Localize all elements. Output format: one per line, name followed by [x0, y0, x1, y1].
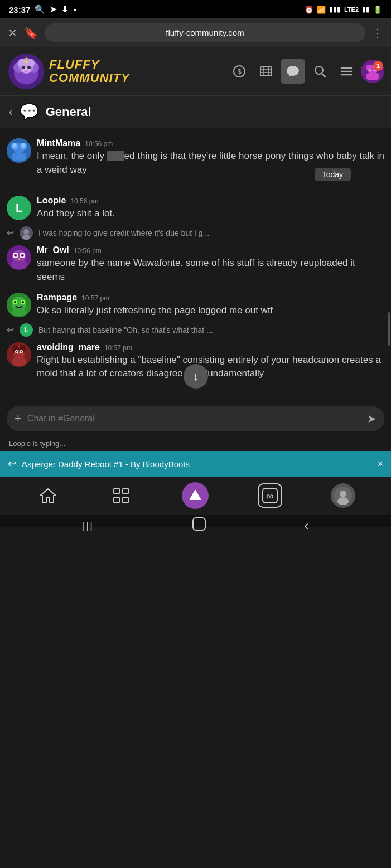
apps-button[interactable]: [109, 483, 133, 508]
svg-point-70: [21, 351, 22, 352]
timestamp-mintmama: 10:56 pm: [85, 140, 113, 148]
back-button[interactable]: ‹: [9, 105, 13, 118]
back-button-nav[interactable]: ‹: [304, 518, 308, 534]
avatar-mr-owl: [7, 245, 31, 270]
channel-name: General: [46, 105, 91, 119]
gallery-icon: [259, 65, 273, 78]
donate-icon: $: [233, 65, 246, 78]
message-text-avoiding-mare: Right but establishing a "baseline" cons…: [37, 353, 384, 381]
svg-rect-76: [123, 497, 128, 503]
message-text-loopie: And they shit a lot.: [37, 207, 384, 221]
message-text-rampage: Ok so literally just refreshing the page…: [37, 304, 384, 318]
status-left: 23:37 🔍 ➤ ⬇ •: [9, 4, 76, 14]
lemmy-icon: ∞: [262, 487, 278, 504]
typing-indicator: Loopie is typing...: [0, 437, 391, 451]
menu-nav-button[interactable]: [334, 59, 359, 84]
search-icon: 🔍: [35, 4, 45, 14]
home-circle-icon: [192, 517, 206, 531]
url-bar[interactable]: fluffy-community.com: [45, 23, 365, 42]
home-icon: [39, 487, 57, 505]
typing-text: Loopie is typing...: [9, 439, 65, 448]
svg-rect-14: [260, 67, 272, 76]
reply-arrow-icon2: ↩: [7, 324, 14, 335]
logo-line2: COMMunity: [49, 71, 130, 85]
signal-icon: ▮▮▮: [329, 6, 341, 13]
logo-area[interactable]: FLuFFy COMMunity: [7, 52, 223, 91]
home-app-button[interactable]: [36, 483, 60, 508]
gallery-nav-button[interactable]: [254, 59, 278, 84]
message-group-mr-owl: Mr_Owl 10:56 pm sameone by the name Wawa…: [0, 241, 391, 288]
notification-bar[interactable]: ↩ Asperger Daddy Reboot #1 - By BloodyBo…: [0, 451, 391, 477]
username-loopie: Loopie: [37, 196, 66, 206]
message-header-loopie: Loopie 10:56 pm: [37, 196, 384, 206]
avatar-mintmama: [7, 138, 31, 163]
navigation-icon: ➤: [50, 4, 57, 14]
username-rampage: Rampage: [37, 293, 77, 303]
timestamp-avoiding-mare: 10:57 pm: [104, 344, 132, 352]
reply-avatar-unknown: [20, 226, 33, 240]
browser-menu-button[interactable]: ⋮: [372, 26, 383, 40]
bookmark-button[interactable]: 🔖: [24, 26, 38, 40]
user-avatar-button[interactable]: 1: [361, 60, 384, 83]
scrollbar-indicator: [388, 312, 390, 346]
donate-nav-button[interactable]: $: [227, 59, 252, 84]
reply-row-mr-owl: ↩ I was hoping to give credit where it's…: [0, 225, 391, 241]
notification-text: Asperger Daddy Reboot #1 - By BloodyBoot…: [22, 459, 371, 469]
reply-preview-avoiding-mare: But having that baseline "Oh, so that's …: [38, 326, 213, 334]
svg-rect-75: [114, 497, 119, 503]
message-input-inner: + ➤: [7, 406, 384, 431]
notification-close-button[interactable]: ×: [377, 458, 383, 470]
today-badge: Today: [315, 168, 351, 181]
recents-button[interactable]: |||: [83, 520, 94, 532]
channel-icon: 💬: [20, 103, 39, 121]
svg-rect-83: [193, 518, 205, 530]
chat-area: MintMama 10:56 pm I mean, the only eded …: [0, 128, 391, 400]
svg-point-10: [24, 70, 28, 72]
svg-rect-73: [114, 488, 119, 494]
alarm-icon: ⏰: [305, 6, 313, 14]
svg-point-40: [22, 143, 25, 147]
add-attachment-button[interactable]: +: [15, 411, 22, 426]
purple-app-button[interactable]: [182, 482, 209, 509]
svg-point-52: [22, 254, 23, 256]
search-icon: [313, 65, 326, 78]
svg-point-9: [27, 66, 31, 69]
hamburger-icon: [340, 65, 353, 78]
svg-point-19: [287, 66, 299, 76]
username-mr-owl: Mr_Owl: [37, 245, 69, 255]
android-nav-buttons: ||| ‹: [0, 515, 391, 540]
message-content-rampage: Rampage 10:57 pm Ok so literally just re…: [37, 293, 384, 318]
home-button[interactable]: [192, 517, 206, 535]
timestamp-loopie: 10:56 pm: [70, 197, 98, 205]
logo-mascot: [7, 52, 46, 91]
close-tab-button[interactable]: ✕: [8, 26, 17, 40]
svg-rect-74: [123, 488, 128, 494]
scroll-to-bottom-button[interactable]: ↓: [184, 364, 208, 389]
search-nav-button[interactable]: [307, 59, 332, 84]
grid-icon: [113, 487, 129, 504]
profile-icon: [334, 487, 352, 505]
lemmy-button[interactable]: ∞: [258, 483, 282, 508]
message-text-mr-owl: sameone by the name Wawafonte. some of h…: [37, 256, 384, 284]
profile-button[interactable]: [331, 483, 355, 508]
message-content-avoiding-mare: avoiding_mare 10:57 pm Right but establi…: [37, 342, 384, 381]
svg-point-81: [340, 491, 346, 497]
download-icon: ⬇: [61, 4, 69, 14]
svg-point-39: [13, 143, 16, 147]
notification-badge: 1: [373, 61, 383, 71]
site-header: FLuFFy COMMunity $: [0, 47, 391, 96]
send-message-button[interactable]: ➤: [367, 412, 376, 425]
message-input[interactable]: [27, 414, 361, 424]
message-header-mintmama: MintMama 10:56 pm: [37, 138, 384, 148]
reply-avatar-loopie-small: L: [20, 323, 33, 337]
purple-app-icon: [187, 488, 203, 503]
svg-rect-41: [12, 153, 26, 161]
svg-point-60: [22, 301, 24, 303]
android-app-bar: ∞: [0, 477, 391, 515]
message-header-mr-owl: Mr_Owl 10:56 pm: [37, 245, 384, 255]
message-header-avoiding-mare: avoiding_mare 10:57 pm: [37, 342, 384, 352]
svg-text:$: $: [237, 67, 242, 76]
browser-bar: ✕ 🔖 fluffy-community.com ⋮: [0, 18, 391, 47]
svg-point-69: [16, 351, 18, 352]
chat-nav-button[interactable]: [281, 59, 305, 84]
